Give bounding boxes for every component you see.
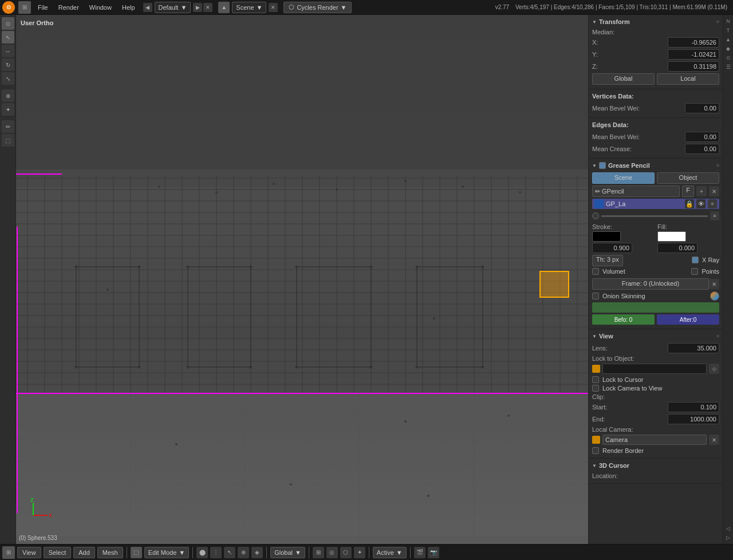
edges-header[interactable]: Edges Data:: [592, 120, 719, 129]
gp-layer-eye-icon[interactable]: 👁: [696, 199, 706, 208]
bottom-sculpt-icon[interactable]: ✦: [354, 547, 365, 558]
x-input[interactable]: [668, 37, 719, 48]
tool-move-btn[interactable]: ↔: [2, 45, 14, 57]
mode-icon[interactable]: ⬚: [131, 547, 142, 558]
gp-dot-icon[interactable]: [592, 212, 599, 219]
tool-scale-btn[interactable]: ⤡: [2, 72, 14, 85]
right-icon-bottom-1[interactable]: ◁: [724, 524, 732, 533]
tool-edit-btn[interactable]: ✦: [2, 103, 14, 116]
lock-cursor-checkbox[interactable]: [592, 376, 599, 383]
bottom-snapping-icon[interactable]: ⊞: [313, 547, 324, 558]
gp-stroke-options[interactable]: ≡: [710, 211, 719, 220]
viewport[interactable]: User Ortho X Z (0) Sphere.533: [16, 15, 588, 544]
lock-camera-checkbox[interactable]: [592, 385, 599, 392]
tool-measure-btn[interactable]: ⬚: [2, 134, 14, 147]
bottom-mesh-btn[interactable]: Mesh: [97, 547, 123, 558]
stroke-value-input[interactable]: [592, 243, 632, 253]
gp-object-btn[interactable]: Object: [657, 172, 719, 184]
scene-close-btn[interactable]: ✕: [269, 3, 278, 12]
frame-close-btn[interactable]: ✕: [709, 279, 719, 289]
clip-end-input[interactable]: [668, 414, 719, 424]
active-selector[interactable]: Active ▼: [373, 547, 407, 558]
right-icon-4[interactable]: ◆: [724, 45, 732, 53]
scene-icon[interactable]: ▲: [218, 2, 230, 13]
bottom-render-icon1[interactable]: 🎬: [414, 547, 425, 558]
gp-layer-row[interactable]: GP_La 🔒 👁 ≡: [592, 199, 719, 209]
vx-mean-bevel-input[interactable]: [685, 103, 719, 113]
lens-input[interactable]: [668, 343, 719, 353]
onion-checkbox[interactable]: [592, 293, 599, 299]
viewport-canvas[interactable]: User Ortho X Z (0) Sphere.533: [16, 15, 588, 544]
bottom-icon-sphere[interactable]: ⬤: [196, 547, 208, 558]
gp-tool-selector[interactable]: ✏ GPencil: [592, 186, 680, 197]
fill-value-input[interactable]: [657, 243, 697, 253]
onion-befo-btn[interactable]: Befo: 0: [592, 314, 655, 325]
transform-options-icon[interactable]: ≡: [716, 19, 719, 25]
bottom-icon-arrow[interactable]: ↖: [224, 547, 235, 558]
mode-selector[interactable]: Edit Mode ▼: [144, 547, 189, 558]
gp-scene-btn[interactable]: Scene: [592, 172, 655, 184]
transform-header[interactable]: ▼ Transform ≡: [592, 17, 719, 26]
bottom-icon-dots[interactable]: ⋮: [210, 547, 222, 558]
camera-clear-btn[interactable]: ✕: [709, 435, 719, 445]
render-border-checkbox[interactable]: [592, 447, 599, 454]
view-header[interactable]: ▼ View ≡: [592, 332, 719, 341]
bottom-grid-icon[interactable]: ⬡: [340, 547, 352, 558]
right-icon-1[interactable]: N: [724, 17, 732, 25]
tool-annotate-btn[interactable]: ✏: [2, 120, 14, 133]
global-btn[interactable]: Global: [592, 73, 655, 85]
y-input[interactable]: [668, 49, 719, 60]
bottom-add-btn[interactable]: Add: [73, 547, 95, 558]
right-icon-5[interactable]: ⊙: [724, 54, 732, 62]
bottom-viewport-icon[interactable]: ⊞: [2, 546, 15, 559]
onion-color-wheel[interactable]: [710, 291, 719, 301]
menu-file[interactable]: File: [33, 1, 53, 14]
camera-field[interactable]: Camera: [602, 435, 707, 445]
z-input[interactable]: [668, 61, 719, 72]
scene-selector[interactable]: Scene ▼: [232, 2, 266, 13]
tool-select-btn[interactable]: ↖: [2, 31, 14, 44]
viewport-icon-menu[interactable]: ⊞: [18, 1, 31, 14]
view-options-icon[interactable]: ≡: [716, 333, 719, 339]
right-icon-6[interactable]: ☰: [724, 63, 732, 71]
gp-f-btn[interactable]: F: [682, 186, 694, 197]
th-btn[interactable]: Th: 3 px: [592, 255, 623, 266]
points-checkbox[interactable]: [691, 268, 698, 275]
eg-mean-bevel-input[interactable]: [685, 132, 719, 142]
workspace-prev-btn[interactable]: ◀: [143, 3, 152, 12]
clip-start-input[interactable]: [668, 402, 719, 412]
bottom-view-btn[interactable]: View: [17, 547, 41, 558]
workspace-selector[interactable]: Default ▼: [155, 2, 191, 13]
gp-layer-lock-icon[interactable]: 🔒: [685, 199, 694, 208]
onion-after-btn[interactable]: After:0: [657, 314, 719, 325]
workspace-next-btn[interactable]: ▶: [193, 3, 202, 12]
frame-btn[interactable]: Frame: 0 (Unlocked): [592, 278, 709, 290]
menu-render[interactable]: Render: [54, 1, 84, 14]
bottom-proportional-icon[interactable]: ◎: [326, 547, 338, 558]
stroke-color-swatch[interactable]: [592, 231, 621, 242]
local-btn[interactable]: Local: [657, 73, 719, 85]
bottom-select-btn[interactable]: Select: [44, 547, 72, 558]
menu-help[interactable]: Help: [117, 1, 140, 14]
right-icon-2[interactable]: T: [724, 26, 732, 34]
lock-obj-picker-btn[interactable]: ⊹: [709, 364, 719, 374]
right-icon-bottom-2[interactable]: ▷: [724, 534, 732, 542]
bottom-icon-pivot[interactable]: ◈: [251, 547, 263, 558]
workspace-close-btn[interactable]: ✕: [203, 3, 212, 12]
mean-crease-input[interactable]: [685, 144, 719, 154]
vertices-header[interactable]: Vertices Data:: [592, 92, 719, 101]
cursor-header[interactable]: ▼ 3D Cursor: [592, 461, 719, 470]
fill-color-swatch[interactable]: [657, 231, 686, 242]
bottom-render-icon2[interactable]: 📷: [428, 547, 439, 558]
lock-obj-field[interactable]: [602, 364, 707, 374]
tool-mode-btn[interactable]: ⊙: [2, 17, 14, 30]
gp-enabled-checkbox[interactable]: [599, 162, 606, 169]
gp-delete-btn[interactable]: ✕: [709, 186, 719, 196]
bottom-icon-axes[interactable]: ⊕: [238, 547, 249, 558]
menu-window[interactable]: Window: [85, 1, 116, 14]
gp-options-icon[interactable]: ≡: [716, 163, 719, 168]
gp-layer-options-icon[interactable]: ≡: [708, 199, 717, 208]
gp-add-btn[interactable]: +: [696, 186, 707, 196]
volumet-checkbox[interactable]: [592, 268, 599, 275]
xray-checkbox[interactable]: [692, 257, 699, 263]
